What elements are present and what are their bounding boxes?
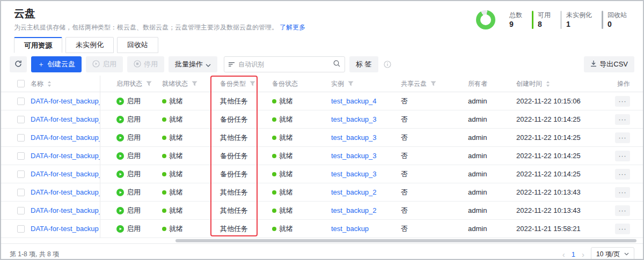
backup-status-dot bbox=[272, 172, 276, 176]
tag-button[interactable]: 标 签 bbox=[349, 56, 378, 72]
page-number[interactable]: 1 bbox=[572, 250, 575, 258]
stat-bar bbox=[602, 11, 603, 29]
donut-chart bbox=[476, 10, 495, 29]
backup-status-text: 就绪 bbox=[279, 133, 293, 143]
scrollbar-thumb[interactable] bbox=[175, 239, 636, 242]
row-actions-button[interactable]: ··· bbox=[615, 114, 630, 125]
refresh-button[interactable] bbox=[10, 56, 27, 72]
instance-link[interactable]: test_backup_3 bbox=[331, 170, 377, 178]
chevron-down-icon bbox=[624, 252, 629, 256]
disk-name-link[interactable]: DATA-for-test_backup_3 bbox=[31, 170, 100, 178]
stat-total: 总数 9 bbox=[505, 11, 522, 29]
column-header-shared-disk[interactable]: 共享云盘 bbox=[401, 79, 468, 88]
stop-button[interactable]: 停用 bbox=[127, 56, 164, 72]
disk-name-link[interactable]: DATA-for-test_backup_3 bbox=[31, 133, 100, 142]
disk-name-link[interactable]: DATA-for-test_backup_4 bbox=[31, 97, 100, 105]
sort-icon[interactable] bbox=[546, 80, 550, 87]
disk-name-link[interactable]: DATA-for-test_backup_3 bbox=[31, 115, 100, 123]
row-checkbox[interactable] bbox=[17, 225, 25, 233]
row-actions-button[interactable]: ··· bbox=[615, 96, 630, 107]
stat-label: 回收站 bbox=[608, 11, 627, 19]
shared-disk-text: 否 bbox=[401, 96, 408, 106]
disk-name-link[interactable]: DATA-for-test_backup bbox=[31, 225, 99, 233]
row-checkbox[interactable] bbox=[17, 170, 25, 178]
table-row: DATA-for-test_backup_2 启用 就绪 其他任务 就绪 tes… bbox=[1, 183, 643, 202]
backup-type-text: 其他任务 bbox=[220, 224, 248, 234]
column-header-instance[interactable]: 实例 bbox=[331, 79, 401, 88]
column-header-owner[interactable]: 所有者 bbox=[468, 79, 516, 88]
play-circle-icon bbox=[92, 60, 100, 69]
enable-status-text: 启用 bbox=[127, 206, 141, 216]
column-header-backup-status[interactable]: 备份状态 bbox=[264, 79, 331, 88]
page-description: 为云主机提供存储，包括两种类型：根云盘、数据云盘；云盘管理主要涉及数据云盘的管理… bbox=[14, 23, 305, 32]
export-csv-button[interactable]: 导出CSV bbox=[584, 56, 634, 72]
tab-bar: 可用资源 未实例化 回收站 bbox=[1, 37, 643, 53]
tab-recycle-bin[interactable]: 回收站 bbox=[117, 37, 158, 53]
shared-disk-text: 否 bbox=[401, 169, 408, 179]
table-row: DATA-for-test_backup_3 启用 就绪 备份任务 就绪 tes… bbox=[1, 147, 643, 165]
enable-status-text: 启用 bbox=[127, 151, 141, 161]
column-header-backup-type[interactable]: 备份类型 bbox=[216, 79, 264, 88]
ready-status-text: 就绪 bbox=[169, 133, 183, 143]
cloud-disk-page: 云盘 为云主机提供存储，包括两种类型：根云盘、数据云盘；云盘管理主要涉及数据云盘… bbox=[0, 0, 644, 260]
row-checkbox[interactable] bbox=[17, 134, 25, 142]
create-disk-button[interactable]: ＋ 创建云盘 bbox=[31, 56, 82, 72]
row-checkbox[interactable] bbox=[17, 207, 25, 214]
instance-link[interactable]: test_backup_3 bbox=[331, 152, 377, 160]
instance-link[interactable]: test_backup_3 bbox=[331, 115, 377, 123]
tab-uninstantiated[interactable]: 未实例化 bbox=[65, 37, 114, 53]
horizontal-scrollbar bbox=[1, 238, 643, 243]
row-checkbox[interactable] bbox=[17, 98, 25, 105]
instance-link[interactable]: test_backup bbox=[331, 225, 369, 233]
stat-bar bbox=[532, 11, 533, 29]
ready-status-dot bbox=[162, 117, 166, 122]
column-header-name[interactable]: 名称 bbox=[31, 76, 100, 92]
stat-bar bbox=[560, 11, 562, 29]
select-all-checkbox[interactable] bbox=[17, 80, 25, 87]
filter-icon[interactable] bbox=[146, 81, 152, 86]
page-size-select[interactable]: 10 项/页 bbox=[591, 247, 634, 260]
prev-page-icon[interactable]: ‹ bbox=[561, 250, 566, 258]
column-header-created[interactable]: 创建时间 bbox=[516, 79, 608, 88]
batch-actions-button[interactable]: 批量操作 bbox=[169, 56, 217, 72]
filter-icon[interactable] bbox=[348, 81, 354, 86]
row-actions-button[interactable]: ··· bbox=[615, 169, 630, 180]
owner-text: admin bbox=[468, 188, 487, 196]
created-time-text: 2022-11-22 10:13:43 bbox=[516, 206, 581, 214]
row-actions-button[interactable]: ··· bbox=[615, 224, 630, 234]
instance-link[interactable]: test_backup_2 bbox=[331, 188, 377, 196]
row-checkbox[interactable] bbox=[17, 116, 25, 123]
row-checkbox[interactable] bbox=[17, 189, 25, 196]
ready-status-text: 就绪 bbox=[169, 151, 183, 161]
search-input[interactable] bbox=[238, 61, 330, 68]
instance-link[interactable]: test_backup_2 bbox=[331, 206, 377, 214]
enable-button[interactable]: 启用 bbox=[86, 56, 123, 72]
ready-status-text: 就绪 bbox=[169, 206, 183, 216]
row-checkbox[interactable] bbox=[17, 152, 25, 160]
instance-link[interactable]: test_backup_4 bbox=[331, 97, 377, 105]
next-page-icon[interactable]: › bbox=[581, 250, 586, 258]
row-actions-button[interactable]: ··· bbox=[615, 205, 630, 216]
search-icon[interactable] bbox=[333, 60, 340, 69]
ready-status-dot bbox=[162, 99, 166, 103]
learn-more-link[interactable]: 了解更多 bbox=[280, 24, 305, 31]
filter-icon[interactable] bbox=[430, 81, 436, 86]
filter-icon[interactable] bbox=[250, 81, 255, 86]
row-actions-button[interactable]: ··· bbox=[615, 132, 630, 143]
sort-icon[interactable] bbox=[47, 80, 52, 87]
info-icon[interactable] bbox=[384, 61, 391, 68]
column-header-ready-status[interactable]: 就绪状态 bbox=[162, 79, 216, 88]
page-header: 云盘 为云主机提供存储，包括两种类型：根云盘、数据云盘；云盘管理主要涉及数据云盘… bbox=[1, 1, 643, 32]
row-actions-button[interactable]: ··· bbox=[615, 187, 630, 198]
tab-available-resources[interactable]: 可用资源 bbox=[14, 37, 62, 53]
ready-status-text: 就绪 bbox=[169, 224, 183, 234]
disk-name-link[interactable]: DATA-for-test_backup_2 bbox=[31, 188, 100, 196]
disk-name-link[interactable]: DATA-for-test_backup_2 bbox=[31, 206, 100, 214]
play-circle-green-icon bbox=[116, 98, 124, 105]
disk-name-link[interactable]: DATA-for-test_backup_3 bbox=[31, 152, 100, 160]
filter-icon[interactable] bbox=[192, 81, 197, 86]
row-actions-button[interactable]: ··· bbox=[615, 151, 630, 161]
backup-status-dot bbox=[272, 154, 276, 158]
instance-link[interactable]: test_backup_3 bbox=[331, 133, 377, 142]
column-header-enable-status[interactable]: 启用状态 bbox=[100, 79, 162, 88]
